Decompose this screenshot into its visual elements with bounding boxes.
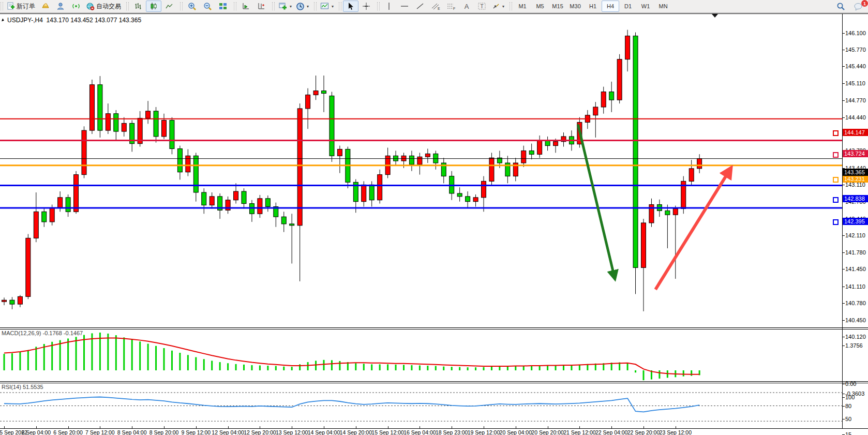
price-tick-label: 145.440 <box>845 63 866 69</box>
chart-canvas[interactable] <box>0 13 868 435</box>
search-button[interactable] <box>833 1 848 12</box>
new-order-button[interactable]: 新订单 <box>5 1 37 12</box>
candle-body <box>265 199 270 207</box>
time-axis-label: 12 Sep 04:00 <box>212 429 244 435</box>
timeframe-h1-button[interactable]: H1 <box>584 1 602 12</box>
new-chart-caret-icon: ▾ <box>290 4 292 9</box>
text-label-icon: T <box>477 2 487 10</box>
arrows-caret-icon: ▾ <box>502 4 504 9</box>
autotrading-button[interactable]: 自动交易 <box>84 1 123 12</box>
zoom-in-button[interactable] <box>184 1 200 12</box>
price-tick <box>842 287 845 287</box>
macd-histogram-bar <box>43 344 45 370</box>
price-level-label: 142.395 <box>843 218 868 225</box>
notifications-button[interactable]: 1 <box>850 1 866 12</box>
time-tick <box>643 426 644 428</box>
time-tick <box>611 426 612 428</box>
signals-button[interactable] <box>68 1 84 12</box>
candle-body <box>186 156 190 172</box>
macd-histogram-bar <box>395 365 397 370</box>
zoom-out-button[interactable] <box>200 1 215 12</box>
fibonacci-button[interactable]: F <box>443 1 459 12</box>
macd-histogram-bar <box>291 367 293 370</box>
candle-body <box>82 130 86 174</box>
horizontal-line-button[interactable] <box>397 1 412 12</box>
crosshair-button[interactable] <box>358 1 374 12</box>
trendline-button[interactable] <box>412 1 428 12</box>
profiles-button[interactable] <box>37 1 53 12</box>
macd-histogram-bar <box>179 353 181 370</box>
price-tick-label: 142.110 <box>845 232 865 238</box>
macd-histogram-bar <box>307 362 309 370</box>
candle-body <box>529 151 534 154</box>
price-level-handle[interactable] <box>833 177 839 183</box>
candle-body <box>209 197 214 205</box>
timeframe-m1-button[interactable]: M1 <box>514 1 531 12</box>
arrows-tool-button[interactable]: ▾ <box>490 1 506 12</box>
macd-histogram-bar <box>259 365 261 370</box>
rsi-tick-label: 50 <box>845 416 851 422</box>
timeframe-m15-button[interactable]: M15 <box>549 1 566 12</box>
macd-histogram-bar <box>315 361 317 370</box>
candle-body <box>42 212 47 222</box>
svg-text:F: F <box>453 7 455 10</box>
candle-body <box>170 120 174 148</box>
candlestick-chart-button[interactable] <box>146 1 161 12</box>
main-toolbar: 新订单 自动交易 <box>0 0 868 13</box>
cursor-button[interactable] <box>343 1 358 12</box>
time-tick <box>196 426 197 428</box>
search-icon <box>836 2 845 11</box>
indicators-button[interactable]: ▾ <box>318 1 336 12</box>
macd-histogram-bar <box>411 365 412 370</box>
svg-text:T: T <box>481 4 484 9</box>
price-level-handle[interactable] <box>833 219 839 225</box>
candle-body <box>66 198 70 212</box>
timeframe-h4-button[interactable]: H4 <box>602 1 619 12</box>
timeframe-w1-button[interactable]: W1 <box>637 1 654 12</box>
candle-body <box>162 120 167 136</box>
vertical-line-button[interactable] <box>381 1 397 12</box>
indicators-caret-icon: ▾ <box>332 4 334 9</box>
macd-histogram-bar <box>219 362 221 370</box>
rsi-tick <box>842 406 845 407</box>
text-button[interactable]: A <box>459 1 474 12</box>
time-axis-label: 19 Sep 12:00 <box>468 429 500 435</box>
new-chart-button[interactable]: ▾ <box>276 1 294 12</box>
text-label-button[interactable]: T <box>474 1 490 12</box>
equidistant-channel-button[interactable]: E <box>428 1 443 12</box>
period-button[interactable]: ▾ <box>294 1 311 12</box>
accounts-button[interactable] <box>53 1 68 12</box>
time-tick <box>100 426 100 428</box>
chart-area[interactable]: USDJPY-,H4 143.170 143.452 143.077 143.3… <box>0 13 868 435</box>
auto-scroll-button[interactable] <box>238 1 253 12</box>
macd-histogram-bar <box>171 351 173 370</box>
timeframe-m5-button[interactable]: M5 <box>531 1 549 12</box>
timeframe-d1-button[interactable]: D1 <box>619 1 637 12</box>
timeframe-mn-button[interactable]: MN <box>654 1 672 12</box>
line-chart-button[interactable] <box>161 1 177 12</box>
macd-histogram-bar <box>331 360 333 370</box>
tile-windows-button[interactable] <box>215 1 231 12</box>
macd-histogram-bar <box>11 353 13 370</box>
bar-chart-button[interactable] <box>130 1 146 12</box>
candle-body <box>601 92 606 107</box>
price-level-handle[interactable] <box>833 152 839 158</box>
chart-shift-button[interactable] <box>253 1 269 12</box>
rsi-tick-label: 80 <box>845 403 851 409</box>
price-level-handle[interactable] <box>833 197 839 203</box>
rsi-tick-label: 15 <box>845 431 851 435</box>
price-level-label: 143.231 <box>843 175 868 183</box>
time-axis-label: 8 Sep 20:00 <box>149 429 179 435</box>
chart-shift-icon <box>257 2 265 10</box>
timeframe-m30-button[interactable]: M30 <box>566 1 584 12</box>
period-caret-icon: ▾ <box>307 4 309 9</box>
macd-histogram-bar <box>67 338 69 370</box>
candle-body <box>378 175 382 200</box>
macd-histogram-bar <box>475 367 476 370</box>
toolbar-group-scroll <box>232 0 271 12</box>
time-tick <box>4 426 5 428</box>
price-level-handle[interactable] <box>833 130 839 136</box>
candle-body <box>473 198 478 202</box>
macd-histogram-bar <box>139 341 141 370</box>
macd-histogram-bar <box>579 365 580 370</box>
